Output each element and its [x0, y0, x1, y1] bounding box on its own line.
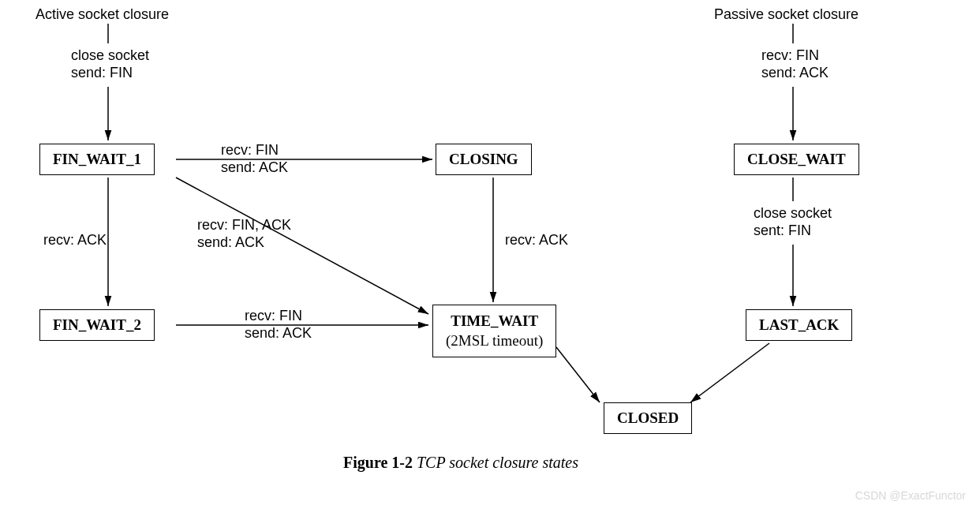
edge-closing-to-tw: recv: ACK	[505, 232, 568, 249]
edge-fw1-to-fw2: recv: ACK	[43, 232, 107, 249]
svg-line-12	[690, 343, 769, 402]
figure-caption: Figure 1-2 TCP socket closure states	[343, 454, 578, 472]
edge-fw2-to-tw: recv: FIN send: ACK	[245, 308, 312, 342]
state-fin-wait-2: FIN_WAIT_2	[39, 309, 155, 341]
state-close-wait: CLOSE_WAIT	[734, 144, 859, 175]
state-time-wait-line2: (2MSL timeout)	[446, 332, 543, 349]
watermark: CSDN @ExactFunctor	[855, 489, 966, 502]
active-closure-header: Active socket closure	[36, 6, 169, 24]
state-closing: CLOSING	[436, 144, 532, 175]
edge-passive-to-cw: recv: FIN send: ACK	[761, 47, 829, 81]
edge-fw1-to-tw: recv: FIN, ACK send: ACK	[197, 217, 291, 251]
figure-title: TCP socket closure states	[413, 454, 578, 471]
state-closed: CLOSED	[604, 402, 692, 434]
figure-number: Figure 1-2	[343, 454, 413, 471]
edge-fw1-to-closing: recv: FIN send: ACK	[221, 142, 288, 176]
state-fin-wait-1: FIN_WAIT_1	[39, 144, 155, 175]
state-time-wait: TIME_WAIT (2MSL timeout)	[432, 305, 556, 357]
edge-cw-to-la: close socket sent: FIN	[754, 205, 832, 239]
state-last-ack: LAST_ACK	[746, 309, 852, 341]
svg-line-7	[556, 347, 600, 402]
passive-closure-header: Passive socket closure	[714, 6, 858, 24]
state-time-wait-line1: TIME_WAIT	[451, 312, 538, 329]
edge-active-to-fw1: close socket send: FIN	[71, 47, 149, 81]
